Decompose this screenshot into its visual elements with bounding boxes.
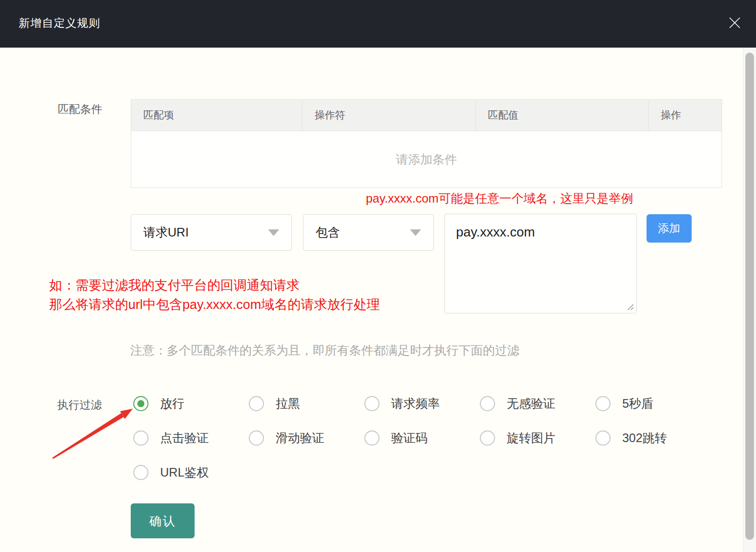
- radio-icon: [133, 396, 148, 411]
- column-header-action: 操作: [649, 100, 722, 131]
- filter-action-label: 执行过滤: [57, 398, 102, 413]
- scrollbar-thumb[interactable]: [745, 53, 754, 540]
- match-item-select-value: 请求URI: [143, 224, 264, 241]
- confirm-button[interactable]: 确认: [131, 503, 195, 538]
- annotation-domain-note: pay.xxxx.com可能是任意一个域名，这里只是举例: [366, 190, 633, 207]
- operator-select-value: 包含: [316, 224, 406, 241]
- radio-icon: [595, 430, 611, 446]
- radio-icon: [480, 396, 495, 411]
- dialog-header: 新增自定义规则: [0, 0, 756, 48]
- condition-table: 匹配项 操作符 匹配值 操作 请添加条件: [131, 99, 722, 188]
- add-custom-rule-dialog: 新增自定义规则 匹配条件 匹配项 操作符 匹配值 操作 请添加条件 pay.xx…: [0, 0, 756, 552]
- radio-option-captcha[interactable]: 验证码: [364, 430, 480, 446]
- radio-option-slide-verify[interactable]: 滑动验证: [249, 430, 364, 446]
- column-header-match-item: 匹配项: [131, 100, 303, 131]
- radio-option-5s-shield[interactable]: 5秒盾: [595, 396, 711, 412]
- radio-icon: [249, 396, 264, 411]
- condition-table-header: 匹配项 操作符 匹配值 操作: [131, 100, 722, 131]
- match-condition-label: 匹配条件: [58, 102, 102, 117]
- chevron-down-icon: [410, 229, 421, 236]
- annotation-example-line2: 那么将请求的url中包含pay.xxxx.com域名的请求放行处理: [49, 295, 380, 314]
- radio-option-request-rate[interactable]: 请求频率: [364, 396, 480, 412]
- radio-icon: [364, 396, 380, 411]
- radio-option-allow[interactable]: 放行: [133, 396, 249, 412]
- conditions-relation-note: 注意：多个匹配条件的关系为且，即所有条件都满足时才执行下面的过滤: [130, 342, 519, 359]
- add-condition-button[interactable]: 添加: [647, 214, 692, 243]
- page-scrollbar[interactable]: [743, 48, 756, 552]
- annotation-example-line1: 如：需要过滤我的支付平台的回调通知请求: [49, 275, 380, 295]
- radio-option-rotate-image[interactable]: 旋转图片: [480, 430, 595, 446]
- column-header-match-value: 匹配值: [476, 100, 649, 131]
- radio-icon: [480, 430, 495, 446]
- empty-conditions-placeholder: 请添加条件: [396, 151, 457, 168]
- chevron-down-icon: [268, 229, 279, 236]
- radio-icon: [595, 396, 611, 411]
- radio-option-url-auth[interactable]: URL鉴权: [133, 464, 249, 481]
- condition-table-body: 请添加条件: [131, 131, 722, 187]
- filter-options-group: 放行 拉黑 请求频率 无感验证 5秒盾 点击验证 滑动验证 验证码: [133, 396, 711, 499]
- close-icon: [728, 16, 741, 31]
- column-header-operator: 操作符: [303, 100, 476, 131]
- operator-select[interactable]: 包含: [303, 214, 434, 251]
- radio-icon: [133, 465, 148, 480]
- radio-icon: [364, 430, 380, 446]
- radio-icon: [133, 430, 148, 446]
- radio-option-click-verify[interactable]: 点击验证: [133, 430, 249, 446]
- radio-option-blacklist[interactable]: 拉黑: [249, 396, 364, 412]
- dialog-title: 新增自定义规则: [19, 16, 100, 31]
- annotation-example-text: 如：需要过滤我的支付平台的回调通知请求 那么将请求的url中包含pay.xxxx…: [49, 275, 380, 314]
- radio-icon: [249, 430, 264, 446]
- close-button[interactable]: [727, 15, 743, 31]
- radio-option-invisible-verify[interactable]: 无感验证: [480, 396, 595, 412]
- radio-option-302-redirect[interactable]: 302跳转: [595, 430, 711, 446]
- match-item-select[interactable]: 请求URI: [131, 214, 292, 251]
- match-value-input[interactable]: pay.xxxx.com: [444, 214, 637, 313]
